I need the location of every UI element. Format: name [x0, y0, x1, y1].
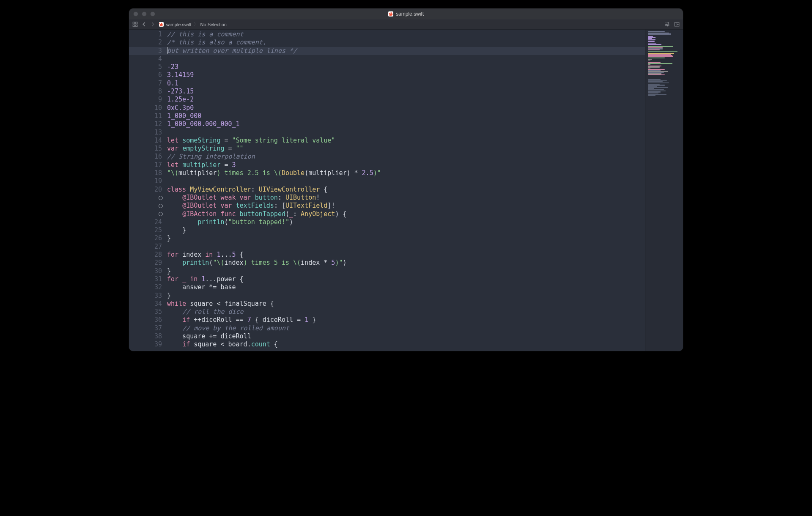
gutter-outlet-indicator[interactable]: [129, 194, 167, 202]
code-content[interactable]: let someString = "Some string literal va…: [167, 137, 645, 145]
breadcrumb[interactable]: sample.swift 〉 No Selection: [159, 21, 227, 27]
code-line[interactable]: @IBAction func buttonTapped(_: AnyObject…: [129, 210, 645, 218]
line-number[interactable]: 8: [129, 88, 167, 96]
code-line[interactable]: 38 square += diceRoll: [129, 332, 645, 340]
line-number[interactable]: 12: [129, 120, 167, 128]
code-line[interactable]: 14let someString = "Some string literal …: [129, 137, 645, 145]
code-line[interactable]: 33}: [129, 292, 645, 300]
nav-back-icon[interactable]: [141, 22, 147, 27]
code-line[interactable]: 1// this is a comment: [129, 30, 645, 38]
code-line[interactable]: 39 if square < board.count {: [129, 340, 645, 349]
code-content[interactable]: }: [167, 234, 645, 242]
outlet-circle-icon[interactable]: [159, 196, 163, 200]
breadcrumb-file[interactable]: sample.swift: [166, 22, 192, 27]
code-content[interactable]: @IBOutlet weak var button: UIButton!: [167, 194, 645, 202]
code-content[interactable]: -273.15: [167, 88, 645, 96]
code-line[interactable]: 15var emptyString = "": [129, 145, 645, 153]
line-number[interactable]: 24: [129, 218, 167, 226]
line-number[interactable]: 13: [129, 129, 167, 137]
code-line[interactable]: 28for index in 1...5 {: [129, 251, 645, 259]
code-line[interactable]: 5-23: [129, 63, 645, 71]
code-content[interactable]: if square < board.count {: [167, 340, 645, 349]
code-line[interactable]: 37 // move by the rolled amount: [129, 324, 645, 332]
outlet-circle-icon[interactable]: [159, 204, 163, 208]
code-content[interactable]: @IBAction func buttonTapped(_: AnyObject…: [167, 210, 645, 218]
line-number[interactable]: 27: [129, 243, 167, 251]
line-number[interactable]: 11: [129, 112, 167, 120]
code-content[interactable]: square += diceRoll: [167, 332, 645, 340]
line-number[interactable]: 20: [129, 186, 167, 194]
breadcrumb-selection[interactable]: No Selection: [200, 22, 227, 27]
line-number[interactable]: 37: [129, 324, 167, 332]
code-content[interactable]: 0.1: [167, 80, 645, 88]
line-number[interactable]: 31: [129, 275, 167, 283]
code-line[interactable]: 20class MyViewController: UIViewControll…: [129, 186, 645, 194]
code-line[interactable]: 8-273.15: [129, 88, 645, 96]
code-content[interactable]: }: [167, 292, 645, 300]
code-line[interactable]: 111_000_000: [129, 112, 645, 120]
code-line[interactable]: 29 println("\(index) times 5 is \(index …: [129, 259, 645, 267]
add-editor-icon[interactable]: [674, 22, 680, 27]
line-number[interactable]: 14: [129, 137, 167, 145]
gutter-outlet-indicator[interactable]: [129, 210, 167, 218]
code-line[interactable]: 26}: [129, 234, 645, 242]
line-number[interactable]: 19: [129, 177, 167, 185]
related-items-icon[interactable]: [132, 22, 138, 27]
line-number[interactable]: 38: [129, 332, 167, 340]
close-window-button[interactable]: [133, 11, 138, 16]
line-number[interactable]: 1: [129, 30, 167, 38]
code-content[interactable]: "\(multiplier) times 2.5 is \(Double(mul…: [167, 169, 645, 177]
code-line[interactable]: 27: [129, 243, 645, 251]
line-number[interactable]: 2: [129, 38, 167, 47]
code-line[interactable]: 36 if ++diceRoll == 7 { diceRoll = 1 }: [129, 316, 645, 324]
code-content[interactable]: println("button tapped!"): [167, 218, 645, 226]
code-content[interactable]: if ++diceRoll == 7 { diceRoll = 1 }: [167, 316, 645, 324]
line-number[interactable]: 28: [129, 251, 167, 259]
code-content[interactable]: 1_000_000: [167, 112, 645, 120]
code-line[interactable]: 30}: [129, 267, 645, 275]
code-content[interactable]: -23: [167, 63, 645, 71]
code-content[interactable]: /* this is also a comment,: [167, 38, 645, 47]
line-number[interactable]: 7: [129, 80, 167, 88]
line-number[interactable]: 6: [129, 71, 167, 79]
line-number[interactable]: 10: [129, 104, 167, 112]
code-content[interactable]: 0xC.3p0: [167, 104, 645, 112]
line-number[interactable]: 29: [129, 259, 167, 267]
code-content[interactable]: }: [167, 267, 645, 275]
line-number[interactable]: 33: [129, 292, 167, 300]
zoom-window-button[interactable]: [150, 11, 155, 16]
code-line[interactable]: 16// String interpolation: [129, 153, 645, 161]
line-number[interactable]: 34: [129, 300, 167, 308]
line-number[interactable]: 3: [129, 47, 167, 55]
code-line[interactable]: @IBOutlet weak var button: UIButton!: [129, 194, 645, 202]
line-number[interactable]: 32: [129, 283, 167, 291]
code-line[interactable]: 24 println("button tapped!"): [129, 218, 645, 226]
code-content[interactable]: [167, 243, 645, 251]
nav-forward-icon[interactable]: [150, 22, 156, 27]
code-line[interactable]: 100xC.3p0: [129, 104, 645, 112]
code-content[interactable]: // this is a comment: [167, 30, 645, 38]
code-content[interactable]: [167, 55, 645, 63]
line-number[interactable]: 4: [129, 55, 167, 63]
code-content[interactable]: class MyViewController: UIViewController…: [167, 186, 645, 194]
code-content[interactable]: answer *= base: [167, 283, 645, 291]
code-line[interactable]: 34while square < finalSquare {: [129, 300, 645, 308]
code-editor[interactable]: 1// this is a comment2/* this is also a …: [129, 30, 645, 351]
code-content[interactable]: for index in 1...5 {: [167, 251, 645, 259]
code-content[interactable]: [167, 177, 645, 185]
line-number[interactable]: 16: [129, 153, 167, 161]
code-line[interactable]: @IBOutlet var textFields: [UITextField]!: [129, 202, 645, 210]
code-content[interactable]: @IBOutlet var textFields: [UITextField]!: [167, 202, 645, 210]
code-line[interactable]: 35 // roll the dice: [129, 308, 645, 316]
code-line[interactable]: 32 answer *= base: [129, 283, 645, 291]
code-content[interactable]: [167, 129, 645, 137]
code-line[interactable]: 4: [129, 55, 645, 63]
titlebar[interactable]: sample.swift: [129, 8, 683, 19]
line-number[interactable]: 17: [129, 161, 167, 169]
code-content[interactable]: 1_000_000.000_000_1: [167, 120, 645, 128]
code-content[interactable]: let multiplier = 3: [167, 161, 645, 169]
line-number[interactable]: 39: [129, 340, 167, 349]
outlet-circle-icon[interactable]: [159, 212, 163, 216]
code-content[interactable]: // move by the rolled amount: [167, 324, 645, 332]
line-number[interactable]: 30: [129, 267, 167, 275]
